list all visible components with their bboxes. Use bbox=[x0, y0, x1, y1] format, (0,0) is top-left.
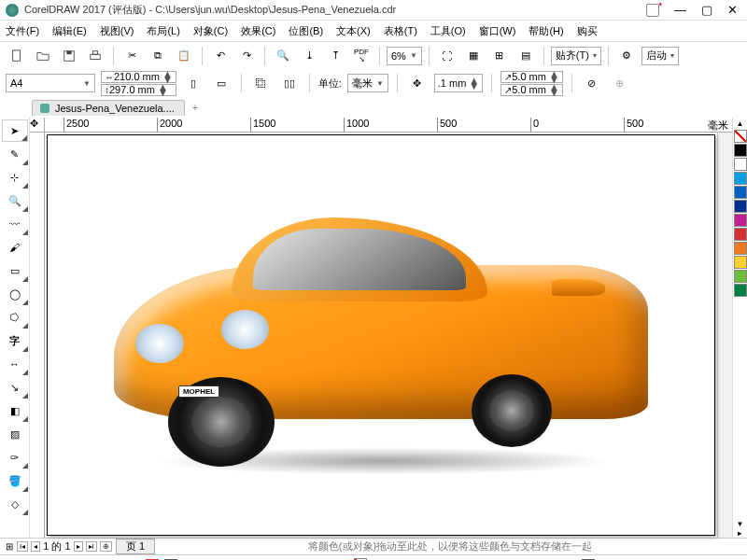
nudge-distance[interactable]: .1 mm▲▼ bbox=[434, 74, 483, 92]
ruler-vertical[interactable] bbox=[30, 133, 45, 538]
pick-tool[interactable]: ➤ bbox=[2, 119, 28, 142]
current-page-button[interactable]: ▯▯ bbox=[278, 72, 301, 94]
connector-tool[interactable]: ↘ bbox=[2, 376, 28, 399]
menu-item[interactable]: 视图(V) bbox=[100, 24, 134, 38]
color-swatch[interactable] bbox=[734, 242, 747, 255]
cut-button[interactable]: ✂ bbox=[120, 45, 143, 67]
grid-button[interactable]: ⊞ bbox=[488, 45, 511, 67]
menu-item[interactable]: 位图(B) bbox=[289, 24, 323, 38]
launch-combo[interactable]: 启动▾ bbox=[641, 47, 679, 65]
ruler-horizontal[interactable]: 毫米 25002000150010005000500 bbox=[45, 118, 732, 133]
ruler-origin[interactable]: ✥ bbox=[30, 118, 45, 133]
open-button[interactable] bbox=[32, 45, 54, 67]
artistic-media-tool[interactable]: 🖌 bbox=[2, 236, 28, 259]
menu-item[interactable]: 编辑(E) bbox=[52, 24, 87, 38]
color-swatch[interactable] bbox=[734, 186, 747, 199]
shopping-icon[interactable] bbox=[646, 4, 659, 17]
parallel-dim-tool[interactable]: ↔ bbox=[2, 353, 28, 375]
add-page-button[interactable]: ⊕ bbox=[100, 541, 112, 552]
page-tab[interactable]: 页 1 bbox=[116, 539, 155, 554]
palette-flyout[interactable]: ▸ bbox=[733, 528, 747, 538]
dup-y[interactable]: ↗ 5.0 mm▲▼ bbox=[500, 84, 563, 96]
svg-rect-2 bbox=[66, 50, 71, 54]
vertical-scrollbar[interactable] bbox=[717, 133, 732, 538]
first-page-button[interactable]: I◂ bbox=[17, 541, 28, 552]
menu-item[interactable]: 效果(C) bbox=[241, 24, 275, 38]
drop-shadow-tool[interactable]: ◧ bbox=[2, 399, 28, 422]
treat-as-filled-button[interactable]: ⊘ bbox=[581, 72, 603, 94]
menu-item[interactable]: 表格(T) bbox=[384, 24, 417, 38]
save-button[interactable] bbox=[58, 45, 80, 67]
prev-page-button[interactable]: ◂ bbox=[31, 541, 40, 552]
snap-combo[interactable]: 贴齐(T)▾ bbox=[551, 47, 601, 65]
redo-button[interactable]: ↷ bbox=[235, 45, 258, 67]
fullscreen-button[interactable]: ⛶ bbox=[436, 45, 458, 67]
color-swatch[interactable] bbox=[734, 214, 747, 227]
export-button[interactable]: ⤒ bbox=[324, 45, 346, 67]
page-height[interactable]: ↕ 297.0 mm▲▼ bbox=[101, 84, 176, 96]
print-button[interactable] bbox=[84, 45, 106, 67]
undo-button[interactable]: ↶ bbox=[209, 45, 232, 67]
search-button[interactable]: 🔍 bbox=[272, 45, 294, 67]
crop-tool[interactable]: ⊹ bbox=[2, 166, 28, 189]
menu-item[interactable]: 文本(X) bbox=[336, 24, 371, 38]
color-swatch[interactable] bbox=[734, 228, 747, 241]
rulers-button[interactable]: ▦ bbox=[462, 45, 485, 67]
color-swatch[interactable] bbox=[734, 144, 747, 157]
new-tab-button[interactable]: + bbox=[192, 102, 198, 113]
portrait-button[interactable]: ▯ bbox=[182, 72, 204, 94]
doc-panel-toggle[interactable]: ⊞ bbox=[6, 541, 13, 552]
last-page-button[interactable]: ▸I bbox=[86, 541, 97, 552]
new-button[interactable] bbox=[6, 45, 28, 67]
color-swatch[interactable] bbox=[734, 284, 747, 297]
palette-down[interactable]: ▼ bbox=[733, 520, 747, 528]
paste-button[interactable]: 📋 bbox=[173, 45, 195, 67]
options-button[interactable]: ⚙ bbox=[615, 45, 638, 67]
window-title: CorelDRAW 2017 (评估版) - C:\Users\jun.wu\D… bbox=[24, 3, 646, 17]
pdf-button[interactable]: PDF↘ bbox=[350, 45, 373, 67]
menu-item[interactable]: 工具(O) bbox=[430, 24, 466, 38]
units-combo[interactable]: 毫米▼ bbox=[347, 74, 388, 92]
shape-tool[interactable]: ✎ bbox=[2, 143, 28, 165]
freehand-tool[interactable]: 〰 bbox=[2, 213, 28, 235]
fill-tool[interactable]: 🪣 bbox=[2, 469, 28, 492]
maximize-button[interactable]: ▢ bbox=[698, 3, 716, 17]
color-swatch[interactable] bbox=[734, 270, 747, 283]
text-tool[interactable]: 字 bbox=[2, 329, 28, 352]
guides-button[interactable]: ▤ bbox=[514, 45, 537, 67]
status-bar: ( -2,430.042, 1,050.... ✎▾ 无 ✒ C: 0 M: 0… bbox=[0, 554, 747, 560]
copy-button[interactable]: ⧉ bbox=[147, 45, 169, 67]
swatch-none[interactable] bbox=[734, 130, 747, 143]
color-swatch[interactable] bbox=[734, 200, 747, 213]
next-page-button[interactable]: ▸ bbox=[74, 541, 83, 552]
close-button[interactable]: ✕ bbox=[724, 3, 741, 17]
zoom-tool[interactable]: 🔍 bbox=[2, 189, 28, 212]
landscape-button[interactable]: ▭ bbox=[210, 72, 233, 94]
color-swatch[interactable] bbox=[734, 256, 747, 269]
menu-item[interactable]: 文件(F) bbox=[6, 24, 39, 38]
paper-combo[interactable]: A4▼ bbox=[6, 74, 95, 92]
palette-up[interactable]: ▲ bbox=[733, 118, 747, 130]
polygon-tool[interactable]: ⭔ bbox=[2, 306, 28, 329]
drawing-canvas[interactable]: MOPHEL bbox=[47, 134, 715, 536]
menu-item[interactable]: 对象(C) bbox=[193, 24, 228, 38]
rectangle-tool[interactable]: ▭ bbox=[2, 259, 28, 282]
svg-rect-4 bbox=[92, 50, 97, 54]
ellipse-tool[interactable]: ◯ bbox=[2, 283, 28, 305]
color-swatch[interactable] bbox=[734, 172, 747, 185]
minimize-button[interactable]: — bbox=[670, 3, 690, 17]
transparency-tool[interactable]: ▨ bbox=[2, 423, 28, 445]
add-preset-button[interactable]: ⊕ bbox=[609, 72, 631, 94]
outline-tool[interactable]: ◇ bbox=[2, 493, 28, 515]
document-tab[interactable]: Jesus-Pena_Venezuela.... bbox=[32, 100, 185, 116]
menu-item[interactable]: 布局(L) bbox=[147, 24, 179, 38]
menu-item[interactable]: 购买 bbox=[577, 24, 598, 38]
all-pages-button[interactable]: ⿻ bbox=[250, 72, 273, 94]
eyedropper-tool[interactable]: ✑ bbox=[2, 446, 28, 469]
color-swatch[interactable] bbox=[734, 158, 747, 171]
import-button[interactable]: ⤓ bbox=[298, 45, 320, 67]
menu-item[interactable]: 窗口(W) bbox=[479, 24, 516, 38]
zoom-combo[interactable]: 6%▼ bbox=[387, 47, 422, 65]
car-illustration[interactable]: MOPHEL bbox=[114, 195, 647, 475]
menu-item[interactable]: 帮助(H) bbox=[529, 24, 563, 38]
